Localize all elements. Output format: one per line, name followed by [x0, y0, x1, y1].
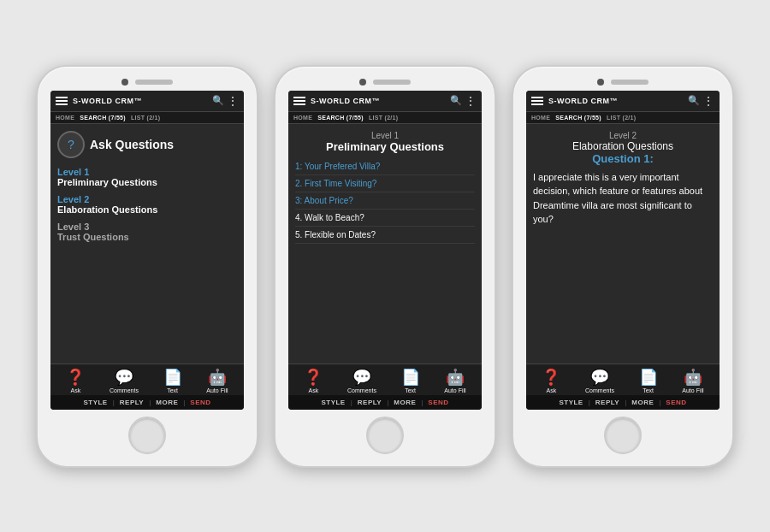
action-sep3-1: |	[183, 399, 185, 406]
action-send-2[interactable]: SEND	[428, 399, 448, 406]
dots-icon-3[interactable]: ⋮	[703, 95, 714, 107]
action-sep1-2: |	[351, 399, 352, 406]
comments-label-1: Comments	[110, 387, 139, 393]
prelim-level: Level 1	[295, 131, 475, 140]
nav-search-1[interactable]: SEARCH (7/55)	[80, 115, 126, 121]
home-button-3[interactable]	[604, 417, 642, 454]
ask-button-3[interactable]: ❓ Ask	[542, 368, 560, 393]
action-more-1[interactable]: MORE	[156, 399, 178, 406]
speaker-1	[135, 80, 173, 85]
action-style-1[interactable]: STYLE	[83, 399, 107, 406]
autofill-button-1[interactable]: 🤖 Auto Fill	[206, 368, 228, 393]
topbar-icons-1: 🔍 ⋮	[212, 95, 239, 107]
dots-icon-2[interactable]: ⋮	[465, 95, 477, 107]
text-label-2: Text	[405, 387, 416, 393]
navbar-1: HOME SEARCH (7/55) LIST (2/1)	[50, 112, 244, 124]
ask-title: Ask Questions	[90, 138, 174, 151]
nav-list-1[interactable]: LIST (2/1)	[131, 115, 161, 121]
hamburger-icon-2[interactable]	[293, 97, 305, 105]
nav-home-3[interactable]: HOME	[531, 115, 550, 121]
ask-icon-glyph-3: ❓	[542, 368, 560, 387]
topbar-3: S-WORLD CRM™ 🔍 ⋮	[526, 91, 720, 112]
question-list-2: 1: Your Prefered Villa? 2. First Time Vi…	[295, 158, 475, 244]
action-style-2[interactable]: STYLE	[321, 399, 345, 406]
topbar-title-1: S-WORLD CRM™	[73, 97, 207, 105]
question-item-4[interactable]: 4. Walk to Beach?	[295, 210, 475, 227]
topbar-icons-2: 🔍 ⋮	[450, 95, 477, 107]
nav-home-1[interactable]: HOME	[56, 115, 74, 121]
ask-label-3: Ask	[547, 387, 557, 393]
action-bar-2: STYLE | REPLY | MORE | SEND	[288, 395, 482, 410]
home-button-1[interactable]	[128, 417, 166, 454]
level1-section[interactable]: Level 1 Preliminary Questions	[57, 167, 237, 187]
hamburger-icon-1[interactable]	[56, 97, 68, 105]
action-sep3-2: |	[421, 399, 423, 406]
screen-content-2: Level 1 Preliminary Questions 1: Your Pr…	[288, 124, 482, 364]
level2-section[interactable]: Level 2 Elaboration Questions	[57, 194, 237, 215]
topbar-2: S-WORLD CRM™ 🔍 ⋮	[288, 91, 482, 112]
text-button-1[interactable]: 📄 Text	[163, 368, 182, 393]
bottom-icons-bar-2: ❓ Ask 💬 Comments 📄 Text 🤖 Auto Fill	[288, 364, 482, 395]
search-icon-1[interactable]: 🔍	[212, 95, 224, 106]
action-reply-3[interactable]: REPLY	[595, 399, 619, 406]
ask-button-2[interactable]: ❓ Ask	[304, 368, 323, 393]
home-button-2[interactable]	[366, 417, 404, 454]
ask-icon: ?	[57, 131, 85, 158]
search-icon-3[interactable]: 🔍	[688, 95, 700, 106]
topbar-1: S-WORLD CRM™ 🔍 ⋮	[50, 91, 244, 112]
comments-icon-2: 💬	[352, 368, 371, 387]
comments-button-2[interactable]: 💬 Comments	[347, 368, 376, 393]
action-reply-1[interactable]: REPLY	[120, 399, 144, 406]
question-item-2[interactable]: 2. First Time Visiting?	[295, 175, 475, 192]
autofill-button-2[interactable]: 🤖 Auto Fill	[444, 368, 465, 393]
screen-content-3: Level 2 Elaboration Questions Question 1…	[526, 124, 720, 364]
ask-button-1[interactable]: ❓ Ask	[66, 368, 85, 393]
topbar-title-2: S-WORLD CRM™	[311, 97, 445, 105]
question-item-1[interactable]: 1: Your Prefered Villa?	[295, 158, 475, 175]
action-send-1[interactable]: SEND	[190, 399, 210, 406]
question-item-3[interactable]: 3: About Price?	[295, 192, 475, 210]
action-style-3[interactable]: STYLE	[559, 399, 583, 406]
action-sep1-1: |	[113, 399, 115, 406]
comments-button-1[interactable]: 💬 Comments	[110, 368, 139, 393]
text-button-2[interactable]: 📄 Text	[401, 368, 420, 393]
nav-search-2[interactable]: SEARCH (7/55)	[317, 115, 364, 121]
level3-label: Level 3	[57, 222, 237, 232]
hamburger-icon-3[interactable]	[531, 97, 543, 105]
level3-section[interactable]: Level 3 Trust Questions	[57, 222, 237, 242]
action-send-3[interactable]: SEND	[666, 399, 686, 406]
text-button-3[interactable]: 📄 Text	[639, 368, 658, 393]
elab-name: Elaboration Questions	[533, 140, 713, 152]
ask-label-1: Ask	[71, 387, 81, 393]
autofill-icon-2: 🤖	[446, 368, 465, 387]
action-bar-1: STYLE | REPLY | MORE | SEND	[50, 395, 244, 410]
question-item-5[interactable]: 5. Flexible on Dates?	[295, 227, 475, 244]
topbar-title-3: S-WORLD CRM™	[548, 97, 683, 105]
nav-home-2[interactable]: HOME	[293, 115, 312, 121]
autofill-icon-3: 🤖	[684, 368, 702, 387]
action-more-2[interactable]: MORE	[394, 399, 416, 406]
prelim-header: Level 1 Preliminary Questions	[295, 131, 475, 153]
comments-icon-1: 💬	[115, 368, 133, 387]
level2-label: Level 2	[57, 194, 237, 204]
bottom-icons-bar-1: ❓ Ask 💬 Comments 📄 Text 🤖 Auto Fill	[50, 364, 244, 395]
autofill-label-2: Auto Fill	[444, 387, 465, 393]
navbar-2: HOME SEARCH (7/55) LIST (2/1)	[288, 112, 482, 124]
comments-button-3[interactable]: 💬 Comments	[585, 368, 614, 393]
screen-content-1: ? Ask Questions Level 1 Preliminary Ques…	[50, 124, 244, 364]
nav-search-3[interactable]: SEARCH (7/55)	[555, 115, 601, 121]
autofill-button-3[interactable]: 🤖 Auto Fill	[682, 368, 703, 393]
ask-icon-glyph-1: ❓	[66, 368, 85, 387]
action-reply-2[interactable]: REPLY	[358, 399, 382, 406]
action-more-3[interactable]: MORE	[631, 399, 654, 406]
dots-icon-1[interactable]: ⋮	[228, 95, 239, 107]
level2-sub: Elaboration Questions	[57, 204, 237, 215]
navbar-3: HOME SEARCH (7/55) LIST (2/1)	[526, 112, 720, 124]
nav-list-2[interactable]: LIST (2/1)	[369, 115, 399, 121]
search-icon-2[interactable]: 🔍	[450, 95, 462, 106]
nav-list-3[interactable]: LIST (2/1)	[607, 115, 637, 121]
action-sep2-1: |	[149, 399, 151, 406]
phones-container: S-WORLD CRM™ 🔍 ⋮ HOME SEARCH (7/55) LIST…	[27, 56, 743, 476]
prelim-name: Preliminary Questions	[295, 140, 475, 153]
comments-icon-3: 💬	[590, 368, 609, 387]
